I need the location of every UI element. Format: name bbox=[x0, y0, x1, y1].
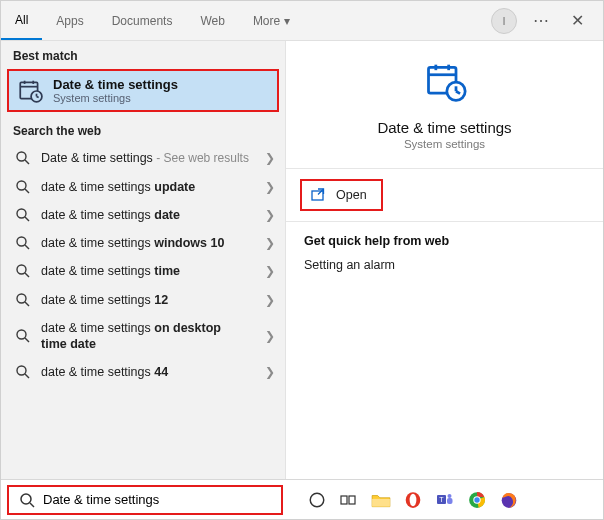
search-input[interactable] bbox=[43, 492, 271, 507]
web-result-item[interactable]: date & time settings on desktop time dat… bbox=[1, 314, 285, 359]
web-result-item[interactable]: date & time settings date❯ bbox=[1, 201, 285, 229]
svg-point-11 bbox=[17, 209, 26, 218]
best-match-text: Date & time settings System settings bbox=[53, 77, 178, 104]
chrome-icon[interactable] bbox=[463, 486, 491, 514]
svg-point-32 bbox=[21, 494, 31, 504]
web-result-item[interactable]: date & time settings windows 10❯ bbox=[1, 229, 285, 257]
svg-line-16 bbox=[25, 273, 29, 277]
header-actions: I ⋯ ✕ bbox=[491, 8, 597, 34]
svg-line-10 bbox=[25, 189, 29, 193]
svg-text:T: T bbox=[439, 496, 444, 503]
web-result-label: date & time settings on desktop time dat… bbox=[41, 320, 249, 353]
body: Best match Date & time settings S bbox=[1, 41, 603, 479]
preview-subtitle: System settings bbox=[404, 138, 485, 150]
file-explorer-icon[interactable] bbox=[367, 486, 395, 514]
search-icon bbox=[15, 292, 31, 308]
web-result-item[interactable]: date & time settings 44❯ bbox=[1, 358, 285, 386]
search-icon bbox=[15, 235, 31, 251]
svg-line-33 bbox=[30, 503, 34, 507]
tab-web[interactable]: Web bbox=[186, 1, 238, 40]
chevron-right-icon: ❯ bbox=[259, 329, 275, 343]
web-result-item[interactable]: date & time settings 12❯ bbox=[1, 286, 285, 314]
web-result-label: date & time settings update bbox=[41, 179, 249, 195]
search-icon bbox=[15, 207, 31, 223]
tab-more[interactable]: More ▾ bbox=[239, 1, 304, 40]
svg-point-39 bbox=[410, 493, 417, 505]
svg-point-21 bbox=[17, 366, 26, 375]
chevron-down-icon: ▾ bbox=[284, 14, 290, 28]
web-result-label: Date & time settings - See web results bbox=[41, 150, 249, 167]
taskbar: T bbox=[1, 479, 603, 519]
best-match-title: Date & time settings bbox=[53, 77, 178, 92]
chevron-right-icon: ❯ bbox=[259, 365, 275, 379]
tab-documents[interactable]: Documents bbox=[98, 1, 187, 40]
tab-apps[interactable]: Apps bbox=[42, 1, 97, 40]
chevron-right-icon: ❯ bbox=[259, 180, 275, 194]
chevron-right-icon: ❯ bbox=[259, 208, 275, 222]
search-web-label: Search the web bbox=[1, 116, 285, 144]
svg-point-7 bbox=[17, 152, 26, 161]
close-button[interactable]: ✕ bbox=[565, 9, 589, 33]
svg-line-12 bbox=[25, 217, 29, 221]
svg-line-14 bbox=[25, 245, 29, 249]
preview-panel: Date & time settings System settings Ope… bbox=[286, 41, 603, 479]
web-result-label: date & time settings windows 10 bbox=[41, 235, 249, 251]
svg-point-17 bbox=[17, 294, 26, 303]
web-result-item[interactable]: date & time settings update❯ bbox=[1, 173, 285, 201]
tab-more-label: More bbox=[253, 14, 280, 28]
svg-rect-43 bbox=[447, 498, 453, 504]
tab-all[interactable]: All bbox=[1, 1, 42, 40]
cortana-icon[interactable] bbox=[303, 486, 331, 514]
web-result-label: date & time settings date bbox=[41, 207, 249, 223]
svg-point-46 bbox=[474, 497, 479, 502]
svg-line-8 bbox=[25, 160, 29, 164]
web-result-label: date & time settings time bbox=[41, 263, 249, 279]
help-item[interactable]: Setting an alarm bbox=[286, 254, 603, 276]
teams-icon[interactable]: T bbox=[431, 486, 459, 514]
svg-point-15 bbox=[17, 265, 26, 274]
svg-point-42 bbox=[448, 494, 452, 498]
web-result-label: date & time settings 12 bbox=[41, 292, 249, 308]
web-result-item[interactable]: date & time settings time❯ bbox=[1, 257, 285, 285]
more-options-button[interactable]: ⋯ bbox=[529, 9, 553, 33]
firefox-icon[interactable] bbox=[495, 486, 523, 514]
chevron-right-icon: ❯ bbox=[259, 236, 275, 250]
search-icon bbox=[15, 364, 31, 380]
svg-line-6 bbox=[37, 96, 39, 97]
date-time-settings-icon bbox=[17, 78, 43, 104]
date-time-settings-icon bbox=[423, 61, 467, 105]
svg-rect-36 bbox=[349, 496, 355, 504]
web-results-list: Date & time settings - See web results❯d… bbox=[1, 144, 285, 479]
help-items: Setting an alarm bbox=[286, 254, 603, 276]
best-match-subtitle: System settings bbox=[53, 92, 178, 104]
preview-hero: Date & time settings System settings bbox=[286, 41, 603, 168]
task-view-icon[interactable] bbox=[335, 486, 363, 514]
help-header: Get quick help from web bbox=[286, 222, 603, 254]
search-icon bbox=[15, 179, 31, 195]
svg-line-18 bbox=[25, 302, 29, 306]
open-button[interactable]: Open bbox=[300, 179, 383, 211]
svg-rect-37 bbox=[372, 498, 390, 506]
svg-line-20 bbox=[25, 338, 29, 342]
results-panel: Best match Date & time settings S bbox=[1, 41, 286, 479]
svg-point-13 bbox=[17, 237, 26, 246]
best-match-item[interactable]: Date & time settings System settings bbox=[7, 69, 279, 112]
chevron-right-icon: ❯ bbox=[259, 151, 275, 165]
web-result-item[interactable]: Date & time settings - See web results❯ bbox=[1, 144, 285, 173]
search-box[interactable] bbox=[7, 485, 283, 515]
svg-line-22 bbox=[25, 374, 29, 378]
opera-icon[interactable] bbox=[399, 486, 427, 514]
open-row: Open bbox=[286, 169, 603, 221]
open-icon bbox=[310, 187, 326, 203]
header: All Apps Documents Web More ▾ I ⋯ ✕ bbox=[1, 1, 603, 41]
chevron-right-icon: ❯ bbox=[259, 293, 275, 307]
tabs: All Apps Documents Web More ▾ bbox=[1, 1, 304, 40]
search-icon bbox=[15, 150, 31, 166]
svg-point-34 bbox=[310, 493, 324, 507]
preview-title: Date & time settings bbox=[377, 119, 511, 136]
best-match-label: Best match bbox=[1, 41, 285, 69]
avatar[interactable]: I bbox=[491, 8, 517, 34]
svg-point-9 bbox=[17, 181, 26, 190]
svg-point-19 bbox=[17, 330, 26, 339]
web-result-label: date & time settings 44 bbox=[41, 364, 249, 380]
